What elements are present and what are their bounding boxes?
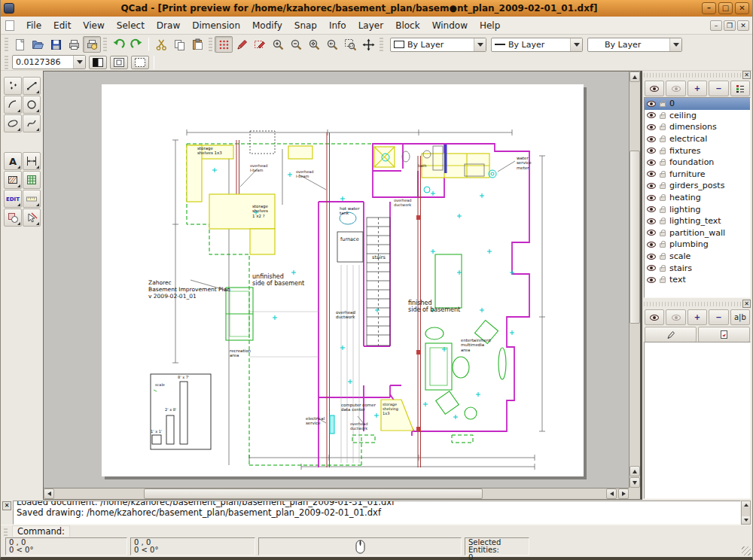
insert-image-button[interactable] [23,171,41,189]
linetype-combo[interactable]: By Layer [491,38,583,52]
layer-row[interactable]: ceiling [645,110,750,122]
black-white-toggle-button[interactable] [89,56,107,69]
edit-selection-button[interactable] [251,36,269,53]
mdi-close-button[interactable]: ✕ [737,20,749,31]
layer-lock-icon[interactable] [660,102,666,107]
menu-item[interactable]: Info [323,19,352,32]
close-icon[interactable]: ✕ [742,300,751,308]
chevron-down-icon[interactable] [570,38,582,51]
menu-item[interactable]: View [77,19,110,32]
block-panel-handle[interactable]: ✕ [644,300,751,309]
edit-block-button[interactable] [645,327,697,342]
zoom-previous-button[interactable] [323,36,341,53]
draw-lines-button[interactable] [23,77,41,95]
layer-lock-icon[interactable] [660,150,666,154]
layer-lock-icon[interactable] [660,243,666,248]
menu-item[interactable]: Select [111,19,151,32]
cut-button[interactable] [152,36,170,53]
draw-dimension-button[interactable] [23,152,41,170]
add-layer-button[interactable]: + [687,81,707,96]
fit-page-button[interactable] [131,56,149,69]
print-button[interactable] [65,36,83,53]
layer-lock-icon[interactable] [660,138,666,142]
layer-visibility-icon[interactable] [647,230,656,236]
layer-visibility-icon[interactable] [647,206,656,212]
layer-row[interactable]: fixtures [645,145,750,157]
menu-item[interactable]: Draw [151,19,186,32]
layer-row[interactable]: heating [645,192,750,204]
toolbar-handle[interactable] [5,56,8,69]
scroll-right-button[interactable] [618,488,629,499]
measure-button[interactable] [23,190,41,208]
vertical-scroll-thumb[interactable] [630,151,640,324]
draw-hatch-button[interactable] [4,171,22,189]
grid-toggle-button[interactable] [215,36,233,53]
draw-circles-button[interactable] [23,96,41,114]
menu-item[interactable]: Edit [47,19,77,32]
menu-item[interactable]: File [20,19,47,32]
layer-lock-icon[interactable] [660,278,666,283]
layer-row[interactable]: girders_posts [645,180,750,192]
layer-row[interactable]: partition_wall [645,227,750,239]
chevron-down-icon[interactable] [73,56,85,68]
layer-visibility-icon[interactable] [647,101,656,107]
menu-item[interactable]: Help [474,19,506,32]
toolbar-handle[interactable] [209,38,212,51]
print-preview-button[interactable] [83,36,101,53]
scroll-down-button[interactable] [630,477,640,488]
layer-row[interactable]: text [645,274,750,286]
add-block-button[interactable]: + [687,309,707,325]
linewidth-combo[interactable]: By Layer [587,38,682,52]
menu-item[interactable]: Window [426,19,474,32]
drawing-viewport[interactable]: Zahorec Basement Improvement Plan v 2009… [44,72,629,488]
close-button[interactable]: ✕ [735,2,749,14]
pan-button[interactable] [359,36,377,53]
center-page-button[interactable] [110,56,128,69]
layer-visibility-icon[interactable] [647,124,656,130]
save-file-button[interactable] [47,36,65,53]
titlebar[interactable]: QCad - [Print preview for /home/kzahorec… [1,0,752,17]
scroll-up-button[interactable] [630,72,640,82]
layer-lock-icon[interactable] [660,161,666,166]
layer-row[interactable]: plumbing [645,239,750,251]
menu-item[interactable]: Layer [352,19,389,32]
chevron-down-icon[interactable] [669,38,681,51]
chevron-down-icon[interactable] [474,38,486,51]
scroll-left-button[interactable] [44,488,54,499]
command-line[interactable]: Command: [1,525,752,537]
layer-visibility-icon[interactable] [647,265,656,271]
layer-lock-icon[interactable] [660,126,666,130]
history-scrollbar[interactable] [741,501,751,525]
layer-visibility-icon[interactable] [647,171,656,177]
vertical-scrollbar[interactable] [629,72,640,488]
rename-block-button[interactable]: a|b [730,309,750,325]
layer-visibility-icon[interactable] [647,183,656,189]
layer-lock-icon[interactable] [660,173,666,178]
hide-all-layers-button[interactable] [666,81,685,96]
layer-visibility-icon[interactable] [647,277,656,283]
layer-visibility-icon[interactable] [647,195,656,201]
layer-lock-icon[interactable] [660,196,666,201]
layer-lock-icon[interactable] [660,255,666,260]
layer-row[interactable]: foundation [645,157,750,169]
copy-button[interactable] [170,36,188,53]
close-icon[interactable]: ✕ [742,71,751,79]
toolbar-handle[interactable] [380,38,383,51]
blocks-button[interactable] [4,208,22,227]
layer-visibility-icon[interactable] [647,254,656,260]
layer-row[interactable]: 0 [645,98,750,110]
remove-block-button[interactable]: − [709,309,728,325]
scale-combo[interactable]: 0.0127386 [12,55,86,69]
zoom-in-button[interactable] [269,36,287,53]
close-icon[interactable]: ✕ [2,501,11,510]
horizontal-scroll-thumb[interactable] [144,488,483,499]
draw-text-button[interactable]: A [4,152,22,170]
layer-visibility-icon[interactable] [647,136,656,142]
command-history[interactable]: Loaded document: /home/kzahorec/basement… [13,501,741,525]
scroll-down-button[interactable] [742,516,750,524]
draw-points-button[interactable] [4,77,22,95]
zoom-window-button[interactable] [341,36,359,53]
block-list[interactable] [644,342,751,499]
layer-visibility-icon[interactable] [647,148,656,154]
layer-lock-icon[interactable] [660,267,666,272]
